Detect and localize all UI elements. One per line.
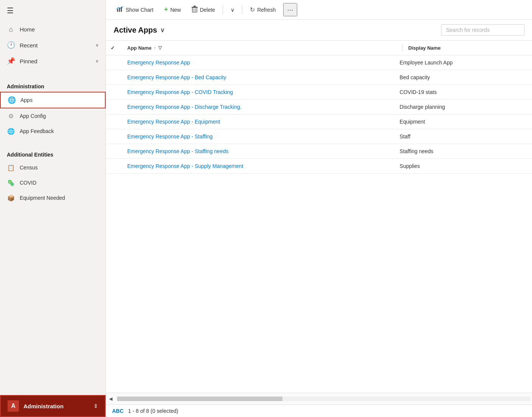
- row-checkbox[interactable]: [106, 70, 121, 85]
- sidebar: ☰ ⌂ Home 🕐 Recent ∨ 📌 Pinned ∨ Administr…: [0, 0, 106, 417]
- display-name-cell: Equipment: [393, 114, 532, 129]
- content-header: Active Apps ∨ Search for records: [106, 20, 532, 41]
- pin-icon: 📌: [7, 57, 15, 65]
- more-options-button[interactable]: ···: [283, 3, 297, 16]
- display-name-cell: Bed capacity: [393, 70, 532, 85]
- column-check[interactable]: ✓: [106, 41, 121, 55]
- delete-label: Delete: [200, 7, 215, 13]
- new-button[interactable]: + New: [159, 3, 186, 16]
- svg-rect-5: [192, 8, 197, 12]
- column-display-name: Display Name: [393, 41, 532, 55]
- sidebar-item-census[interactable]: 📋 Census: [0, 160, 106, 175]
- chevron-down-icon: ∨: [95, 42, 99, 48]
- sidebar-item-app-feedback[interactable]: 🌐 App Feedback: [0, 124, 106, 139]
- content-title: Active Apps ∨: [114, 26, 165, 34]
- svg-rect-1: [119, 8, 120, 12]
- table-row: Emergency Response App - Discharge Track…: [106, 100, 532, 114]
- chevron-down-icon: ∨: [95, 58, 99, 64]
- table-row: Emergency Response App - Supply Manageme…: [106, 159, 532, 174]
- scroll-track[interactable]: [117, 397, 530, 401]
- recent-icon: 🕐: [7, 41, 15, 49]
- table-row: Emergency Response App - Bed Capacity Be…: [106, 70, 532, 85]
- sidebar-item-pinned[interactable]: 📌 Pinned ∨: [0, 53, 106, 69]
- sidebar-item-home[interactable]: ⌂ Home: [0, 21, 106, 37]
- sidebar-item-apps[interactable]: 🌐 Apps: [0, 92, 106, 108]
- sidebar-item-label: App Config: [20, 113, 46, 119]
- table-container: ✓ App Name ↑ ▽ Display Name: [106, 41, 532, 393]
- refresh-button[interactable]: ↻ Refresh: [245, 4, 280, 16]
- table-row: Emergency Response App - Staffing needs …: [106, 144, 532, 159]
- sidebar-item-recent[interactable]: 🕐 Recent ∨: [0, 37, 106, 53]
- row-checkbox[interactable]: [106, 159, 121, 174]
- display-name-cell: Employee Launch App: [393, 55, 532, 70]
- table-header-row: ✓ App Name ↑ ▽ Display Name: [106, 41, 532, 55]
- apps-table: ✓ App Name ↑ ▽ Display Name: [106, 41, 532, 174]
- column-divider: [403, 44, 403, 51]
- row-checkbox[interactable]: [106, 85, 121, 100]
- chevron-down-icon: ∨: [231, 7, 234, 13]
- census-icon: 📋: [7, 163, 15, 172]
- delete-button[interactable]: Delete: [187, 3, 220, 16]
- sort-icon: ↑: [154, 45, 156, 50]
- table-row: Emergency Response App - Equipment Equip…: [106, 114, 532, 129]
- app-name-cell[interactable]: Emergency Response App - Equipment: [121, 114, 393, 129]
- sidebar-bottom-bar[interactable]: A Administration ⇕: [0, 395, 106, 417]
- gear-icon: ⚙: [7, 112, 15, 120]
- row-checkbox[interactable]: [106, 144, 121, 159]
- search-placeholder: Search for records: [446, 27, 490, 33]
- trash-icon: [192, 6, 198, 14]
- row-checkbox[interactable]: [106, 114, 121, 129]
- chevron-updown-icon: ⇕: [94, 403, 98, 409]
- sidebar-bottom-label: Administration: [23, 403, 89, 409]
- row-checkbox[interactable]: [106, 100, 121, 114]
- display-name-cell: Discharge planning: [393, 100, 532, 114]
- horizontal-scrollbar[interactable]: ◀: [106, 393, 532, 404]
- refresh-label: Refresh: [257, 7, 276, 13]
- sidebar-item-equipment-needed[interactable]: 📦 Equipment Needed: [0, 190, 106, 205]
- main-content: Show Chart + New Delete ∨ ↻: [106, 0, 532, 417]
- table-row: Emergency Response App - Staffing Staff: [106, 129, 532, 144]
- app-name-cell[interactable]: Emergency Response App - COVID Tracking: [121, 85, 393, 100]
- app-name-cell[interactable]: Emergency Response App - Staffing needs: [121, 144, 393, 159]
- refresh-icon: ↻: [250, 6, 255, 13]
- sidebar-item-covid[interactable]: 🦠 COVID: [0, 175, 106, 190]
- app-name-cell[interactable]: Emergency Response App: [121, 55, 393, 70]
- row-checkbox[interactable]: [106, 55, 121, 70]
- svg-rect-0: [117, 9, 118, 12]
- title-chevron-icon[interactable]: ∨: [160, 27, 165, 34]
- table-row: Emergency Response App - COVID Tracking …: [106, 85, 532, 100]
- table-row: Emergency Response App Employee Launch A…: [106, 55, 532, 70]
- display-name-cell: Staff: [393, 129, 532, 144]
- covid-icon: 🦠: [7, 179, 15, 187]
- app-name-cell[interactable]: Emergency Response App - Supply Manageme…: [121, 159, 393, 174]
- sidebar-item-label: Pinned: [20, 58, 37, 64]
- show-chart-button[interactable]: Show Chart: [112, 4, 158, 16]
- sidebar-item-label: Census: [20, 165, 37, 171]
- sidebar-item-label: Apps: [20, 97, 33, 103]
- column-app-name[interactable]: App Name ↑ ▽: [121, 41, 393, 55]
- hamburger-menu[interactable]: ☰: [0, 0, 106, 21]
- display-name-cell: COVID-19 stats: [393, 85, 532, 100]
- sidebar-item-label: Recent: [20, 42, 38, 49]
- abc-button[interactable]: ABC: [112, 408, 123, 414]
- app-name-cell[interactable]: Emergency Response App - Bed Capacity: [121, 70, 393, 85]
- app-name-cell[interactable]: Emergency Response App - Discharge Track…: [121, 100, 393, 114]
- sidebar-item-label: Home: [20, 26, 35, 33]
- avatar: A: [8, 400, 19, 412]
- chart-icon: [117, 6, 123, 14]
- plus-icon: +: [164, 6, 168, 14]
- show-chart-label: Show Chart: [126, 7, 153, 13]
- new-label: New: [170, 7, 181, 13]
- globe-icon: 🌐: [8, 96, 16, 104]
- scroll-left-icon[interactable]: ◀: [106, 395, 115, 403]
- toolbar-divider: [223, 5, 223, 14]
- dropdown-button[interactable]: ∨: [226, 5, 239, 15]
- row-checkbox[interactable]: [106, 129, 121, 144]
- toolbar-divider-2: [242, 5, 242, 14]
- search-box[interactable]: Search for records: [441, 24, 524, 36]
- feedback-icon: 🌐: [7, 127, 15, 135]
- app-name-cell[interactable]: Emergency Response App - Staffing: [121, 129, 393, 144]
- sidebar-item-app-config[interactable]: ⚙ App Config: [0, 108, 106, 124]
- sidebar-item-label: App Feedback: [20, 128, 54, 134]
- equipment-icon: 📦: [7, 194, 15, 202]
